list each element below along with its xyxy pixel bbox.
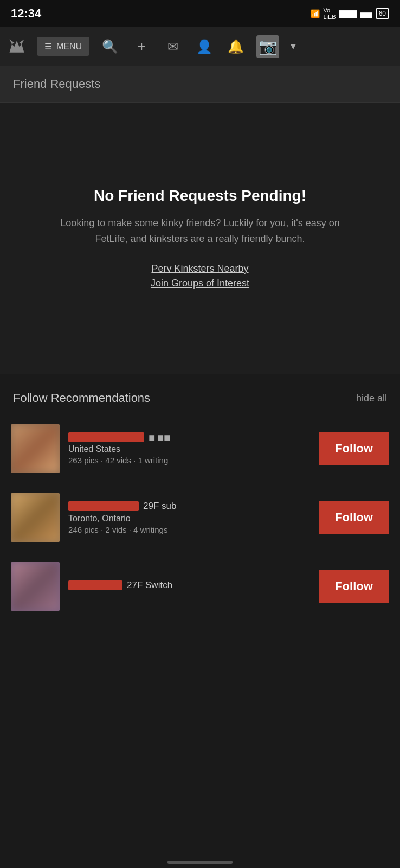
rec-location-1: United States (68, 444, 310, 454)
search-icon: 🔍 (102, 39, 118, 54)
wifi-icon: 📶 (311, 9, 320, 18)
rec-name-blur-2 (68, 501, 139, 511)
rec-name-extra-1: ◼ ◼◼ (149, 432, 170, 442)
mail-icon: ✉ (167, 39, 178, 54)
rec-location-2: Toronto, Ontario (68, 514, 310, 524)
follow-button-1[interactable]: Follow (319, 432, 389, 465)
rec-avatar-blur-1 (11, 424, 60, 473)
battery-icon: 60 (376, 8, 389, 19)
bell-icon: 🔔 (228, 39, 244, 54)
rec-avatar-1 (11, 424, 60, 473)
hide-all-button[interactable]: hide all (356, 393, 387, 404)
rec-role-2: 29F sub (143, 501, 176, 512)
recommendation-item-2: 29F sub Toronto, Ontario 246 pics · 2 vi… (0, 483, 400, 552)
status-icons: 📶 VoLiEB ▇▇▇ ▅▅ 60 (311, 7, 389, 20)
hamburger-icon: ☰ (44, 41, 52, 52)
empty-state-title: No Friend Requests Pending! (94, 187, 306, 205)
rec-avatar-2 (11, 493, 60, 542)
perv-kinksters-link[interactable]: Perv Kinksters Nearby (151, 263, 248, 275)
navbar: ☰ MENU 🔍 + ✉ 👤 🔔 📷 ▼ (0, 27, 400, 66)
signal-text: VoLiEB (323, 7, 336, 20)
signal-bars-2: ▅▅ (360, 9, 372, 18)
svg-marker-1 (20, 39, 24, 44)
empty-state-description: Looking to make some kinky friends? Luck… (59, 215, 341, 247)
recommendations-title: Follow Recommendations (13, 391, 150, 405)
rec-name-blur-1 (68, 432, 144, 442)
status-time: 12:34 (11, 7, 41, 21)
recommendations-section: Follow Recommendations hide all ◼ ◼◼ Uni… (0, 374, 400, 621)
rec-stats-2: 246 pics · 2 vids · 4 writings (68, 525, 310, 534)
join-groups-link[interactable]: Join Groups of Interest (151, 278, 249, 289)
follow-button-2[interactable]: Follow (319, 501, 389, 534)
notifications-button[interactable]: 🔔 (225, 36, 247, 58)
person-icon: 👤 (196, 39, 212, 54)
rec-name-row-3: 27F Switch (68, 580, 310, 591)
page-header: Friend Requests (0, 66, 400, 103)
rec-name-row-2: 29F sub (68, 501, 310, 512)
messages-button[interactable]: ✉ (162, 36, 184, 58)
avatar-caret-icon[interactable]: ▼ (289, 42, 298, 52)
add-button[interactable]: + (131, 36, 152, 58)
menu-button[interactable]: ☰ MENU (37, 37, 89, 56)
rec-avatar-3 (11, 562, 60, 611)
rec-avatar-blur-3 (11, 562, 60, 611)
rec-info-2: 29F sub Toronto, Ontario 246 pics · 2 vi… (68, 501, 310, 534)
profile-button[interactable]: 👤 (193, 36, 215, 58)
avatar-image: 📷 (259, 37, 278, 55)
svg-marker-0 (10, 39, 15, 44)
search-button[interactable]: 🔍 (99, 36, 121, 58)
empty-state: No Friend Requests Pending! Looking to m… (0, 103, 400, 374)
plus-icon: + (137, 38, 146, 55)
rec-name-blur-3 (68, 580, 122, 590)
rec-role-3: 27F Switch (127, 580, 172, 591)
follow-button-3[interactable]: Follow (319, 570, 389, 603)
rec-stats-1: 263 pics · 42 vids · 1 writing (68, 456, 310, 465)
recommendation-item-3: 27F Switch Follow (0, 552, 400, 621)
status-bar: 12:34 📶 VoLiEB ▇▇▇ ▅▅ 60 (0, 0, 400, 27)
rec-info-3: 27F Switch (68, 580, 310, 593)
rec-info-1: ◼ ◼◼ United States 263 pics · 42 vids · … (68, 432, 310, 465)
rec-name-row-1: ◼ ◼◼ (68, 432, 310, 442)
recommendation-item-1: ◼ ◼◼ United States 263 pics · 42 vids · … (0, 414, 400, 483)
scroll-indicator (167, 861, 233, 864)
page-title: Friend Requests (13, 77, 387, 91)
site-logo (7, 36, 27, 57)
recommendations-header: Follow Recommendations hide all (0, 379, 400, 414)
empty-state-links: Perv Kinksters Nearby Join Groups of Int… (151, 263, 249, 289)
rec-avatar-blur-2 (11, 493, 60, 542)
signal-bars-1: ▇▇▇ (339, 9, 357, 18)
menu-label: MENU (56, 42, 82, 52)
avatar[interactable]: 📷 (256, 35, 279, 58)
logo-icon (7, 37, 27, 56)
